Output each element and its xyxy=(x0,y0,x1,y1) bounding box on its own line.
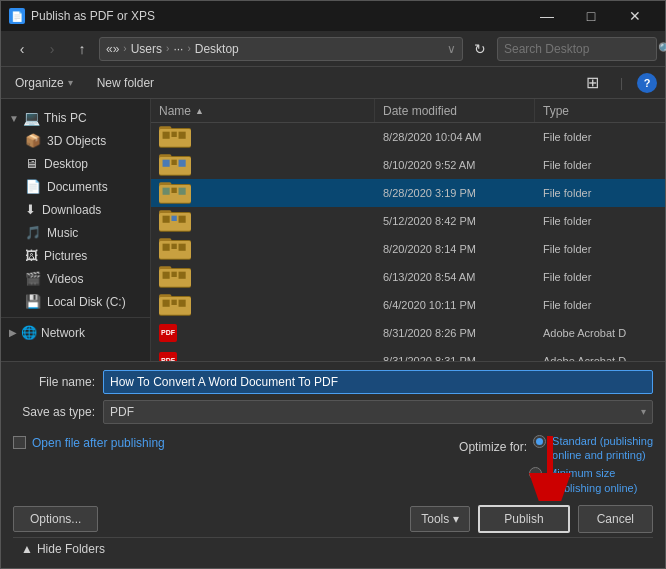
network-expand-icon: ▶ xyxy=(9,327,17,338)
file-type-cell: File folder xyxy=(535,131,665,143)
svg-rect-9 xyxy=(163,159,170,166)
sidebar-item-desktop[interactable]: 🖥 Desktop xyxy=(1,152,150,175)
file-type-cell: Adobe Acrobat D xyxy=(535,327,665,339)
col-type-header[interactable]: Type xyxy=(535,99,665,122)
documents-label: Documents xyxy=(47,180,108,194)
publish-dialog: 📄 Publish as PDF or XPS — □ ✕ ‹ › ↑ «» ›… xyxy=(0,0,666,569)
tools-button[interactable]: Tools ▾ xyxy=(410,506,470,532)
file-type-cell: File folder xyxy=(535,243,665,255)
svg-rect-33 xyxy=(163,271,170,278)
new-folder-label: New folder xyxy=(97,76,154,90)
open-after-row: Open file after publishing xyxy=(13,436,165,450)
minimize-button[interactable]: — xyxy=(525,1,569,31)
up-button[interactable]: ↑ xyxy=(69,37,95,61)
sidebar-item-downloads[interactable]: ⬇ Downloads xyxy=(1,198,150,221)
cancel-button[interactable]: Cancel xyxy=(578,505,653,533)
breadcrumb-nav: «» xyxy=(106,42,119,56)
desktop-label: Desktop xyxy=(44,157,88,171)
documents-icon: 📄 xyxy=(25,179,41,194)
thispc-label: This PC xyxy=(44,111,87,125)
main-content: ▼ 💻 This PC 📦 3D Objects 🖥 Desktop 📄 Doc… xyxy=(1,99,665,361)
table-row[interactable]: 8/28/2020 3:19 PM File folder xyxy=(151,179,665,207)
downloads-label: Downloads xyxy=(42,203,101,217)
svg-rect-40 xyxy=(171,299,176,304)
refresh-button[interactable]: ↻ xyxy=(467,37,493,61)
minimum-radio[interactable] xyxy=(529,467,542,480)
organize-button[interactable]: Organize ▾ xyxy=(9,73,79,93)
file-type-cell: File folder xyxy=(535,299,665,311)
col-name-header[interactable]: Name ▲ xyxy=(151,99,375,122)
standard-radio-label: Standard (publishingonline and printing) xyxy=(552,434,653,463)
publish-area: Publish xyxy=(478,505,569,533)
hide-folders-row: ▲ Hide Folders xyxy=(13,537,653,560)
hide-folders-icon: ▲ xyxy=(21,542,33,556)
optimize-section: Optimize for: Standard (publishingonline… xyxy=(459,434,653,495)
sidebar-item-local-disk[interactable]: 💾 Local Disk (C:) xyxy=(1,290,150,313)
svg-rect-29 xyxy=(179,243,186,250)
folder-icon xyxy=(159,152,191,178)
organize-dropdown-icon: ▾ xyxy=(68,77,73,88)
sidebar-item-pictures[interactable]: 🖼 Pictures xyxy=(1,244,150,267)
col-type-label: Type xyxy=(543,104,569,118)
organize-label: Organize xyxy=(15,76,64,90)
file-date-cell: 5/12/2020 8:42 PM xyxy=(375,215,535,227)
address-row: ‹ › ↑ «» › Users › ··· › Desktop ∨ ↻ 🔍 xyxy=(1,31,665,67)
sidebar-item-this-pc[interactable]: ▼ 💻 This PC xyxy=(1,107,150,129)
table-row[interactable]: PDF 8/31/2020 8:31 PM Adobe Acrobat D xyxy=(151,347,665,361)
pdf-icon: PDF xyxy=(159,352,177,361)
maximize-button[interactable]: □ xyxy=(569,1,613,31)
sidebar-item-music[interactable]: 🎵 Music xyxy=(1,221,150,244)
open-after-checkbox[interactable] xyxy=(13,436,26,449)
hide-folders-button[interactable]: ▲ Hide Folders xyxy=(21,542,105,556)
back-button[interactable]: ‹ xyxy=(9,37,35,61)
sidebar-item-videos[interactable]: 🎬 Videos xyxy=(1,267,150,290)
search-input[interactable] xyxy=(504,42,654,56)
sidebar-item-documents[interactable]: 📄 Documents xyxy=(1,175,150,198)
standard-radio[interactable] xyxy=(533,435,546,448)
sidebar-item-network[interactable]: ▶ 🌐 Network xyxy=(1,322,150,343)
search-box[interactable]: 🔍 xyxy=(497,37,657,61)
table-row[interactable]: 5/12/2020 8:42 PM File folder xyxy=(151,207,665,235)
table-row[interactable]: 8/28/2020 10:04 AM File folder xyxy=(151,123,665,151)
3dobjects-label: 3D Objects xyxy=(47,134,106,148)
videos-icon: 🎬 xyxy=(25,271,41,286)
standard-radio-row: Standard (publishingonline and printing) xyxy=(533,434,653,463)
table-row[interactable]: PDF 8/31/2020 8:26 PM Adobe Acrobat D xyxy=(151,319,665,347)
table-row[interactable]: 6/4/2020 10:11 PM File folder xyxy=(151,291,665,319)
file-name-cell: PDF xyxy=(151,352,375,361)
table-row[interactable]: 8/20/2020 8:14 PM File folder xyxy=(151,235,665,263)
breadcrumb-users: Users xyxy=(131,42,162,56)
options-button[interactable]: Options... xyxy=(13,506,98,532)
search-icon: 🔍 xyxy=(658,42,666,56)
file-name-cell xyxy=(151,264,375,290)
minimum-radio-label: Minimum size(publishing online) xyxy=(548,466,637,495)
filename-input[interactable] xyxy=(103,370,653,394)
publish-button[interactable]: Publish xyxy=(478,505,569,533)
savetype-select[interactable]: PDF ▾ xyxy=(103,400,653,424)
svg-rect-4 xyxy=(171,131,176,136)
table-row[interactable]: 6/13/2020 8:54 AM File folder xyxy=(151,263,665,291)
downloads-icon: ⬇ xyxy=(25,202,36,217)
file-date-cell: 8/31/2020 8:26 PM xyxy=(375,327,535,339)
help-button[interactable]: ? xyxy=(637,73,657,93)
network-icon: 🌐 xyxy=(21,325,37,340)
col-name-label: Name xyxy=(159,104,191,118)
address-bar[interactable]: «» › Users › ··· › Desktop ∨ xyxy=(99,37,463,61)
table-row[interactable]: 8/10/2020 9:52 AM File folder xyxy=(151,151,665,179)
views-button[interactable]: ⊞ xyxy=(580,71,606,95)
svg-rect-39 xyxy=(163,299,170,306)
open-after-label[interactable]: Open file after publishing xyxy=(32,436,165,450)
minimum-radio-row: Minimum size(publishing online) xyxy=(529,466,637,495)
close-button[interactable]: ✕ xyxy=(613,1,657,31)
action-row-left: Options... xyxy=(13,506,98,532)
forward-button[interactable]: › xyxy=(39,37,65,61)
col-date-header[interactable]: Date modified xyxy=(375,99,535,122)
filename-row: File name: xyxy=(13,370,653,394)
new-folder-button[interactable]: New folder xyxy=(91,73,160,93)
sidebar-item-3d-objects[interactable]: 📦 3D Objects xyxy=(1,129,150,152)
file-date-cell: 8/10/2020 9:52 AM xyxy=(375,159,535,171)
file-date-cell: 8/20/2020 8:14 PM xyxy=(375,243,535,255)
file-date-cell: 8/28/2020 10:04 AM xyxy=(375,131,535,143)
hide-folders-label: Hide Folders xyxy=(37,542,105,556)
address-dropdown-icon[interactable]: ∨ xyxy=(447,42,456,56)
